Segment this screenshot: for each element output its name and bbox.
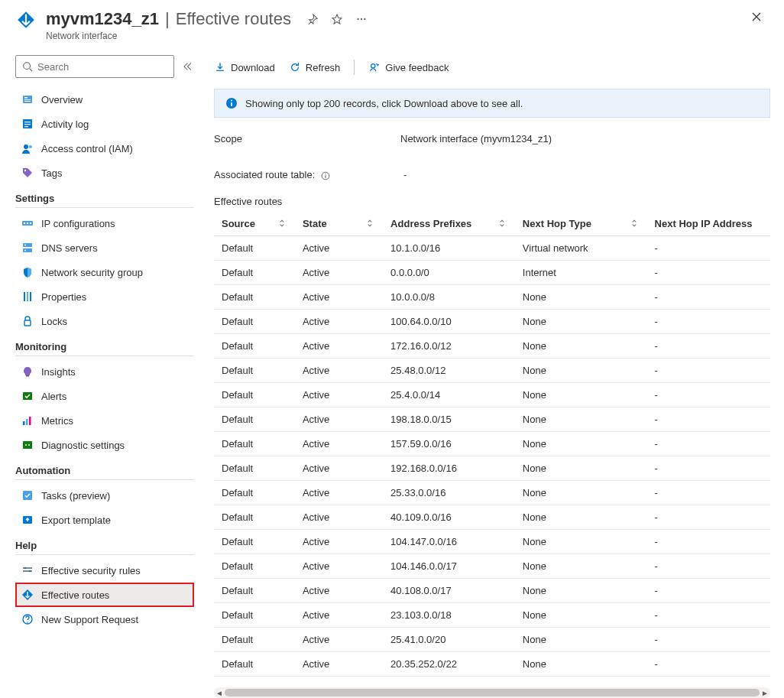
sidebar-item-iam[interactable]: Access control (IAM) — [15, 136, 194, 161]
search-input[interactable] — [37, 61, 167, 73]
table-row[interactable]: DefaultActive23.103.0.0/18None-- — [214, 603, 770, 628]
info-small-icon[interactable] — [321, 171, 330, 180]
sidebar-item-tags[interactable]: Tags — [15, 161, 194, 185]
table-row[interactable]: DefaultActive25.4.0.0/14None-- — [214, 383, 770, 407]
column-header[interactable]: State — [295, 212, 383, 236]
sort-icon[interactable] — [629, 218, 640, 229]
svg-rect-26 — [27, 292, 28, 301]
svg-point-2 — [361, 18, 362, 20]
cell-source: Default — [214, 579, 295, 603]
export-icon — [21, 514, 34, 526]
routes-table: SourceStateAddress PrefixesNext Hop Type… — [214, 212, 770, 677]
sort-icon[interactable] — [277, 218, 287, 229]
cell-state: Active — [295, 334, 383, 359]
sidebar-item-tasks[interactable]: Tasks (preview) — [15, 483, 194, 508]
sidebar-item-activity[interactable]: Activity log — [15, 112, 194, 136]
table-row[interactable]: DefaultActive172.16.0.0/12None-- — [214, 334, 770, 359]
table-row[interactable]: DefaultActive104.147.0.0/16None-- — [214, 530, 770, 554]
cell-state: Active — [295, 554, 383, 579]
metrics-icon — [21, 414, 34, 427]
sidebar-item-er[interactable]: Effective routes — [15, 583, 194, 607]
cell-hoptype: None — [515, 603, 647, 628]
sidebar-item-label: Effective security rules — [41, 565, 141, 576]
cell-hoptype: None — [515, 432, 647, 456]
sidebar-item-insights[interactable]: Insights — [15, 359, 194, 384]
cell-source: Default — [214, 481, 295, 505]
sidebar-item-label: Tags — [41, 167, 62, 179]
table-row[interactable]: DefaultActive25.41.0.0/20None-- — [214, 628, 770, 652]
sidebar-item-esr[interactable]: Effective security rules — [15, 558, 194, 583]
cell-hoptype: None — [515, 530, 647, 554]
effective-routes-heading: Effective routes — [214, 196, 770, 207]
sidebar-item-label: Overview — [41, 94, 83, 106]
support-icon — [21, 613, 34, 625]
sidebar-item-export[interactable]: Export template — [15, 508, 194, 532]
scroll-left-icon[interactable]: ◄ — [214, 689, 225, 697]
horizontal-scrollbar[interactable]: ◄ ► — [214, 687, 770, 698]
sidebar-item-props[interactable]: Properties — [15, 284, 194, 309]
table-row[interactable]: DefaultActive104.146.0.0/17None-- — [214, 554, 770, 579]
feedback-button[interactable]: Give feedback — [368, 61, 449, 73]
cell-prefix: 25.48.0.0/12 — [383, 359, 515, 383]
download-button[interactable]: Download — [214, 61, 275, 73]
sidebar-item-support[interactable]: New Support Request — [15, 607, 194, 631]
sidebar-item-label: Tasks (preview) — [41, 490, 110, 502]
table-row[interactable]: DefaultActive0.0.0.0/0Internet-- — [214, 261, 770, 285]
scroll-right-icon[interactable]: ► — [760, 689, 770, 697]
sidebar-item-label: Metrics — [41, 415, 73, 427]
table-scroll[interactable]: SourceStateAddress PrefixesNext Hop Type… — [214, 212, 770, 684]
scrollbar-thumb[interactable] — [225, 689, 760, 696]
column-header[interactable]: Source — [214, 212, 295, 236]
sort-icon[interactable] — [364, 218, 375, 229]
sidebar-item-alerts[interactable]: Alerts — [15, 384, 194, 408]
column-header[interactable]: Address Prefixes — [383, 212, 515, 236]
cell-hoptype: None — [515, 554, 647, 579]
column-label: Next Hop IP Address — [655, 218, 753, 229]
ipconfig-icon — [21, 217, 34, 229]
table-row[interactable]: DefaultActive157.59.0.0/16None-- — [214, 432, 770, 456]
svg-rect-51 — [325, 175, 326, 177]
table-row[interactable]: DefaultActive198.18.0.0/15None-- — [214, 407, 770, 432]
cell-hoptype: None — [515, 481, 647, 505]
table-row[interactable]: DefaultActive40.108.0.0/17None-- — [214, 579, 770, 603]
table-row[interactable]: DefaultActive20.35.252.0/22None-- — [214, 652, 770, 677]
table-row[interactable]: DefaultActive192.168.0.0/16None-- — [214, 456, 770, 481]
column-header[interactable]: Next Hop IP Address — [647, 212, 770, 236]
cell-hopip: - — [647, 261, 770, 285]
more-icon[interactable] — [352, 10, 371, 28]
collapse-sidebar-icon[interactable] — [179, 59, 194, 74]
pin-icon[interactable] — [303, 10, 322, 28]
sidebar-item-label: Access control (IAM) — [41, 143, 133, 154]
cell-prefix: 25.4.0.0/14 — [383, 383, 515, 407]
table-row[interactable]: DefaultActive25.48.0.0/12None-- — [214, 359, 770, 383]
sidebar-item-nsg[interactable]: Network security group — [15, 260, 194, 284]
svg-point-41 — [24, 567, 27, 570]
sidebar-item-dns[interactable]: DNS servers — [15, 235, 194, 260]
table-row[interactable]: DefaultActive100.64.0.0/10None-- — [214, 310, 770, 334]
sidebar-item-ipconfig[interactable]: IP configurations — [15, 211, 194, 235]
svg-rect-18 — [24, 222, 25, 224]
sidebar-item-overview[interactable]: Overview — [15, 87, 194, 112]
cell-source: Default — [214, 432, 295, 456]
sidebar-item-metrics[interactable]: Metrics — [15, 408, 194, 433]
resource-icon — [15, 9, 37, 31]
download-icon — [214, 61, 226, 73]
refresh-button[interactable]: Refresh — [289, 61, 341, 73]
cell-state: Active — [295, 261, 383, 285]
table-row[interactable]: DefaultActive10.0.0.0/8None-- — [214, 285, 770, 310]
table-row[interactable]: DefaultActive25.33.0.0/16None-- — [214, 481, 770, 505]
star-icon[interactable] — [328, 10, 346, 28]
cell-prefix: 100.64.0.0/10 — [383, 310, 515, 334]
cell-prefix: 25.41.0.0/20 — [383, 628, 515, 652]
sidebar-search[interactable] — [15, 55, 174, 78]
sort-icon[interactable] — [497, 218, 507, 229]
table-row[interactable]: DefaultActive10.1.0.0/16Virtual network-… — [214, 236, 770, 261]
svg-rect-11 — [24, 122, 31, 122]
close-icon[interactable] — [750, 11, 766, 26]
table-row[interactable]: DefaultActive40.109.0.0/16None-- — [214, 505, 770, 530]
sidebar-item-locks[interactable]: Locks — [15, 309, 194, 333]
cell-source: Default — [214, 334, 295, 359]
column-header[interactable]: Next Hop Type — [515, 212, 647, 236]
cell-prefix: 198.18.0.0/15 — [383, 407, 515, 432]
sidebar-item-diag[interactable]: Diagnostic settings — [15, 433, 194, 457]
